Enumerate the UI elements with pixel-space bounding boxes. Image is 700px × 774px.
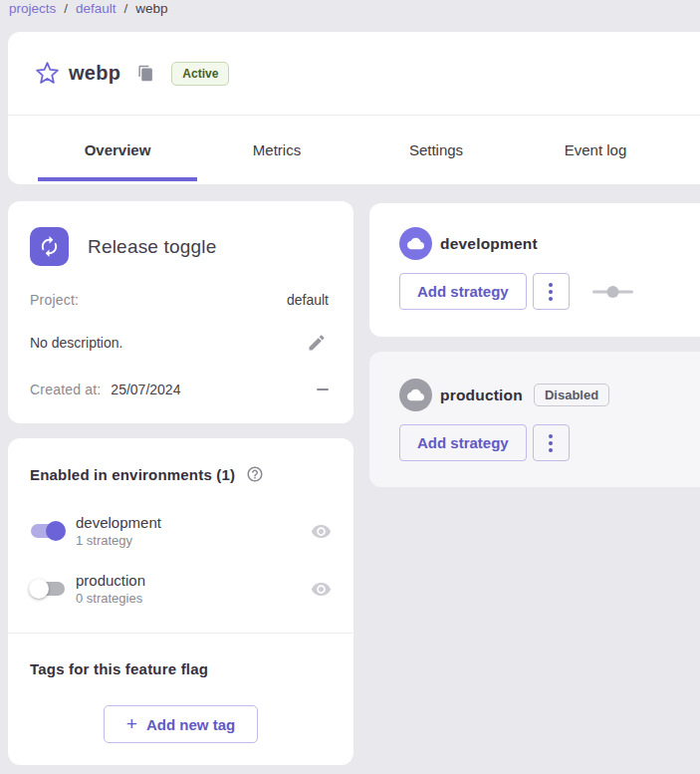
breadcrumb-default-link[interactable]: default (76, 1, 117, 16)
add-new-tag-button[interactable]: + Add new tag (104, 705, 258, 743)
autorenew-icon (38, 235, 61, 258)
more-options-kebab-button[interactable] (533, 424, 570, 461)
feature-details-card: Release toggle Project: default No descr… (8, 201, 353, 423)
feature-title-row: webp Active (8, 32, 700, 115)
tab-bar: Overview Metrics Settings Event log (8, 116, 700, 184)
add-new-tag-label: Add new tag (146, 716, 235, 733)
strategy-connector-icon (592, 286, 633, 298)
feature-type-label: Release toggle (88, 236, 217, 258)
feature-type-row: Release toggle (30, 227, 217, 266)
breadcrumb-separator: / (64, 1, 68, 16)
development-environment-panel: development Add strategy (369, 203, 700, 337)
description-text: No description. (30, 335, 122, 351)
tags-heading: Tags for this feature flag (30, 660, 208, 677)
environment-name: production (76, 572, 145, 589)
visibility-eye-icon[interactable] (311, 521, 332, 542)
production-panel-actions: Add strategy (399, 424, 570, 461)
project-label: Project: (30, 292, 79, 308)
breadcrumb-separator: / (124, 1, 128, 16)
project-row: Project: default (30, 292, 329, 308)
environment-row-production: production 0 strategies (28, 569, 332, 609)
environment-row-development: development 1 strategy (28, 511, 332, 551)
breadcrumb-projects-link[interactable]: projects (9, 1, 56, 16)
breadcrumb: projects / default / webp (9, 1, 168, 16)
release-toggle-icon (30, 227, 69, 266)
created-at-value: 25/07/2024 (111, 382, 180, 397)
minus-dash-icon (317, 388, 329, 390)
cloud-icon (399, 227, 432, 260)
feature-flag-page: projects / default / webp webp Active Ov… (0, 0, 700, 774)
environment-strategy-count: 0 strategies (76, 591, 145, 606)
favorite-star-icon[interactable] (34, 61, 60, 87)
development-panel-actions: Add strategy (399, 273, 633, 310)
more-options-kebab-button[interactable] (533, 273, 570, 310)
breadcrumb-current: webp (135, 1, 167, 16)
add-strategy-button[interactable]: Add strategy (399, 424, 527, 461)
help-icon[interactable] (246, 465, 264, 483)
tab-settings[interactable]: Settings (356, 116, 516, 184)
environments-heading: Enabled in environments (1) (30, 466, 235, 483)
description-row: No description. (30, 331, 329, 355)
environments-heading-row: Enabled in environments (1) (30, 465, 264, 483)
page-title: webp (69, 62, 120, 85)
copy-name-button[interactable] (137, 65, 154, 82)
development-panel-header: development (399, 227, 538, 260)
environments-card: Enabled in environments (1) development … (8, 438, 353, 765)
active-tab-indicator (38, 177, 197, 181)
development-toggle[interactable] (28, 519, 68, 543)
pencil-icon (307, 333, 327, 353)
environment-panel-name: production (440, 387, 523, 404)
cloud-icon (399, 379, 432, 411)
created-at-label: Created at: (30, 382, 101, 397)
disabled-badge: Disabled (534, 384, 609, 406)
production-environment-panel: production Disabled Add strategy (369, 352, 700, 487)
visibility-eye-icon[interactable] (311, 579, 332, 600)
feature-header-card: webp Active Overview Metrics Settings Ev… (8, 32, 700, 184)
add-strategy-button[interactable]: Add strategy (399, 273, 527, 310)
plus-icon: + (126, 714, 137, 733)
status-badge: Active (171, 62, 229, 86)
production-toggle[interactable] (28, 577, 68, 601)
tab-event-log[interactable]: Event log (516, 116, 675, 184)
edit-description-button[interactable] (305, 331, 329, 355)
environment-name: development (76, 514, 161, 531)
tab-metrics[interactable]: Metrics (197, 116, 356, 184)
tab-overview[interactable]: Overview (38, 116, 197, 184)
environment-strategy-count: 1 strategy (76, 533, 161, 548)
created-at-row: Created at: 25/07/2024 (30, 382, 329, 397)
environment-panel-name: development (440, 235, 538, 253)
card-divider (8, 633, 353, 634)
copy-icon (137, 65, 154, 82)
star-outline-icon (35, 61, 60, 86)
project-value: default (287, 292, 329, 308)
production-panel-header: production Disabled (399, 379, 609, 411)
